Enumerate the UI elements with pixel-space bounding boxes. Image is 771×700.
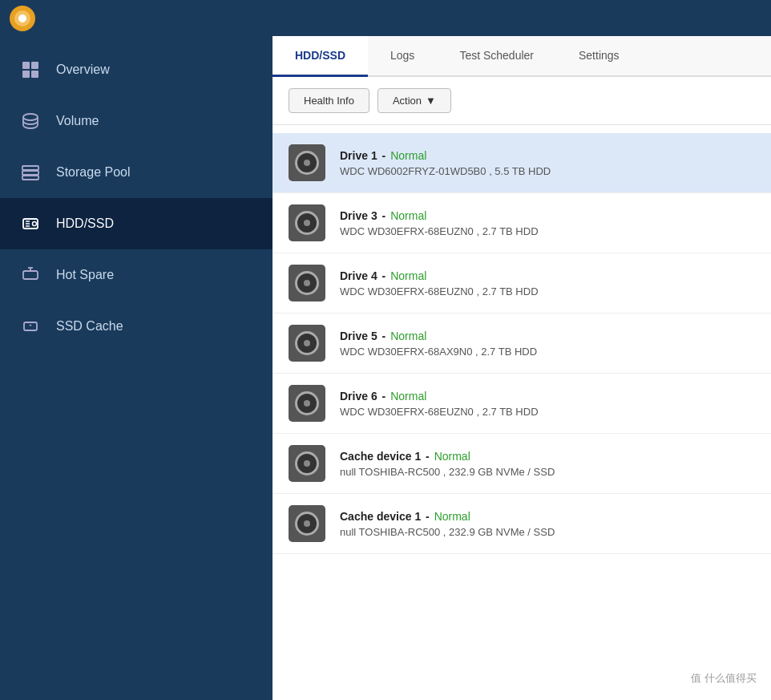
drive-title-drive3: Drive 3 - Normal [340,209,539,222]
svg-rect-3 [22,62,30,69]
drive-icon-drive3 [289,204,325,241]
sidebar: Overview Volume Storage Pool [0,36,272,700]
content-area: HDD/SSD Logs Test Scheduler Settings Hea… [272,36,771,700]
sidebar-item-overview[interactable]: Overview [0,44,272,95]
svg-rect-4 [31,62,38,69]
tab-hdd-ssd[interactable]: HDD/SSD [272,36,368,77]
overview-icon [19,59,42,81]
sidebar-item-storage-pool-label: Storage Pool [56,165,131,180]
drive-subtitle-drive3: WDC WD30EFRX-68EUZN0 , 2.7 TB HDD [340,225,539,237]
svg-point-7 [23,114,38,120]
drive-item-drive5[interactable]: Drive 5 - Normal WDC WD30EFRX-68AX9N0 , … [272,314,771,374]
drive-icon-drive4 [289,265,325,301]
drive-item-drive3[interactable]: Drive 3 - Normal WDC WD30EFRX-68EUZN0 , … [272,193,771,253]
drive-item-drive4[interactable]: Drive 4 - Normal WDC WD30EFRX-68EUZN0 , … [272,253,771,314]
toolbar: Health Info Action ▼ [272,77,771,125]
svg-rect-10 [22,176,38,180]
tab-settings[interactable]: Settings [556,36,642,77]
drive-subtitle-drive1: WDC WD6002FRYZ-01WD5B0 , 5.5 TB HDD [340,165,551,177]
drive-info-drive5: Drive 5 - Normal WDC WD30EFRX-68AX9N0 , … [340,330,537,358]
drive-title-cache1: Cache device 1 - Normal [340,450,555,463]
sidebar-item-storage-pool[interactable]: Storage Pool [0,147,272,198]
main-layout: Overview Volume Storage Pool [0,36,771,700]
svg-rect-19 [24,322,37,330]
tab-logs[interactable]: Logs [368,36,437,77]
volume-icon [19,110,42,132]
drive-item-cache1[interactable]: Cache device 1 - Normal null TOSHIBA-RC5… [272,434,771,494]
sidebar-item-ssd-cache-label: SSD Cache [56,319,123,334]
drive-icon-cache2 [289,505,325,542]
app-logo [8,4,37,33]
sidebar-item-ssd-cache[interactable]: SSD Cache [0,301,272,352]
tab-bar: HDD/SSD Logs Test Scheduler Settings [272,36,771,77]
sidebar-item-hot-spare-label: Hot Spare [56,268,114,282]
drive-title-drive6: Drive 6 - Normal [340,390,539,403]
drive-icon-drive1 [289,144,325,181]
drive-info-drive4: Drive 4 - Normal WDC WD30EFRX-68EUZN0 , … [340,269,539,297]
action-button[interactable]: Action ▼ [377,88,451,113]
drive-subtitle-drive6: WDC WD30EFRX-68EUZN0 , 2.7 TB HDD [340,406,539,418]
drive-info-drive6: Drive 6 - Normal WDC WD30EFRX-68EUZN0 , … [340,390,539,418]
ssd-cache-icon [19,315,42,338]
svg-rect-6 [31,71,38,78]
drive-item-drive6[interactable]: Drive 6 - Normal WDC WD30EFRX-68EUZN0 , … [272,374,771,434]
drive-item-cache2[interactable]: Cache device 1 - Normal null TOSHIBA-RC5… [272,494,771,554]
drive-info-drive3: Drive 3 - Normal WDC WD30EFRX-68EUZN0 , … [340,209,539,237]
drive-list: Drive 1 - Normal WDC WD6002FRYZ-01WD5B0 … [272,125,771,700]
drive-subtitle-drive4: WDC WD30EFRX-68EUZN0 , 2.7 TB HDD [340,285,539,297]
svg-rect-9 [22,171,38,175]
storage-pool-icon [19,161,42,184]
drive-subtitle-drive5: WDC WD30EFRX-68AX9N0 , 2.7 TB HDD [340,346,537,358]
drive-info-cache1: Cache device 1 - Normal null TOSHIBA-RC5… [340,450,555,478]
health-info-button[interactable]: Health Info [289,88,369,113]
drive-icon-drive5 [289,325,325,362]
sidebar-item-hot-spare[interactable]: Hot Spare [0,249,272,301]
sidebar-item-volume-label: Volume [56,114,99,128]
action-label: Action [393,95,422,107]
hdd-ssd-icon [19,212,42,235]
drive-subtitle-cache1: null TOSHIBA-RC500 , 232.9 GB NVMe / SSD [340,466,555,478]
hot-spare-icon [19,264,42,286]
drive-icon-cache1 [289,445,325,482]
tab-test-scheduler[interactable]: Test Scheduler [437,36,556,77]
drive-subtitle-cache2: null TOSHIBA-RC500 , 232.9 GB NVMe / SSD [340,526,555,538]
svg-rect-8 [22,166,38,170]
drive-title-drive5: Drive 5 - Normal [340,330,537,342]
drive-title-cache2: Cache device 1 - Normal [340,510,555,523]
action-dropdown-arrow: ▼ [426,95,436,107]
svg-point-12 [33,222,37,226]
svg-rect-5 [22,71,30,78]
drive-info-drive1: Drive 1 - Normal WDC WD6002FRYZ-01WD5B0 … [340,149,551,177]
sidebar-item-overview-label: Overview [56,63,110,77]
svg-rect-16 [23,271,38,279]
sidebar-item-hdd-ssd-label: HDD/SSD [56,216,114,231]
drive-item-drive1[interactable]: Drive 1 - Normal WDC WD6002FRYZ-01WD5B0 … [272,133,771,193]
drive-info-cache2: Cache device 1 - Normal null TOSHIBA-RC5… [340,510,555,538]
drive-title-drive1: Drive 1 - Normal [340,149,551,162]
svg-rect-11 [23,219,38,229]
drive-title-drive4: Drive 4 - Normal [340,269,539,282]
sidebar-item-hdd-ssd[interactable]: HDD/SSD [0,198,272,249]
top-bar [0,0,771,36]
svg-point-2 [18,14,26,22]
drive-icon-drive6 [289,385,325,422]
sidebar-item-volume[interactable]: Volume [0,95,272,147]
